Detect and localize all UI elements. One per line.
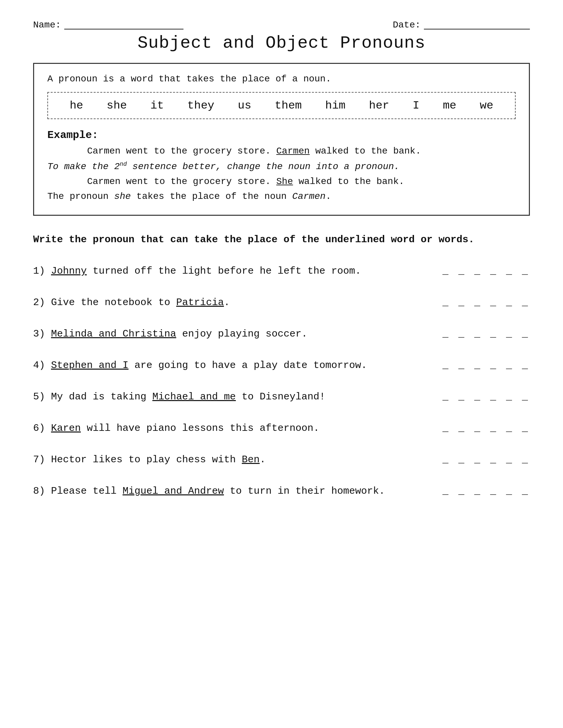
pronoun-me: me	[443, 99, 456, 112]
question-text-1: 1) Johnny turned off the light before he…	[33, 264, 429, 279]
pronoun-him: him	[325, 99, 346, 112]
pronoun-they: they	[187, 99, 214, 112]
question-item: 5) My dad is taking Michael and me to Di…	[33, 389, 530, 404]
instructions: Write the pronoun that can take the plac…	[33, 232, 530, 247]
explanation-pronoun: she	[114, 191, 131, 202]
question-text-8: 8) Please tell Miguel and Andrew to turn…	[33, 484, 429, 499]
answer-blank-7: _ _ _ _ _ _	[443, 452, 530, 467]
name-line	[64, 29, 183, 29]
question-item: 4) Stephen and I are going to have a pla…	[33, 358, 530, 373]
page-title: Subject and Object Pronouns	[33, 33, 530, 53]
question-item: 8) Please tell Miguel and Andrew to turn…	[33, 484, 530, 499]
pronoun-us: us	[238, 99, 251, 112]
question-text-7: 7) Hector likes to play chess with Ben.	[33, 452, 429, 467]
answer-blank-8: _ _ _ _ _ _	[443, 484, 530, 499]
info-box: A pronoun is a word that takes the place…	[33, 63, 530, 216]
pronoun-we: we	[480, 99, 493, 112]
definition-text: A pronoun is a word that takes the place…	[47, 74, 516, 84]
example-sentence-2: Carmen went to the grocery store. She wa…	[87, 176, 516, 187]
pronoun-her: her	[369, 99, 389, 112]
question-5-underline: Michael and me	[152, 391, 236, 402]
answer-blank-1: _ _ _ _ _ _	[443, 264, 530, 279]
example-sentence-1: Carmen went to the grocery store. Carmen…	[87, 146, 516, 156]
question-8-underline: Miguel and Andrew	[122, 485, 224, 497]
question-item: 3) Melinda and Christina enjoy playing s…	[33, 327, 530, 341]
question-2-underline: Patricia	[176, 297, 224, 308]
example-label: Example:	[47, 129, 516, 141]
question-text-4: 4) Stephen and I are going to have a pla…	[33, 358, 429, 373]
question-text-2: 2) Give the notebook to Patricia.	[33, 295, 429, 310]
question-text-3: 3) Melinda and Christina enjoy playing s…	[33, 327, 429, 341]
question-item: 2) Give the notebook to Patricia. _ _ _ …	[33, 295, 530, 310]
date-field: Date:	[393, 20, 530, 30]
question-4-underline: Stephen and I	[51, 360, 128, 371]
answer-blank-3: _ _ _ _ _ _	[443, 327, 530, 341]
answer-blank-6: _ _ _ _ _ _	[443, 421, 530, 436]
pronoun-explanation: The pronoun she takes the place of the n…	[47, 191, 516, 202]
question-text-6: 6) Karen will have piano lessons this af…	[33, 421, 429, 436]
pronoun-she: she	[107, 99, 127, 112]
question-6-underline: Karen	[51, 423, 81, 434]
question-item: 1) Johnny turned off the light before he…	[33, 264, 530, 279]
pronoun-them: them	[275, 99, 302, 112]
question-3-underline: Melinda and Christina	[51, 328, 176, 340]
answer-blank-5: _ _ _ _ _ _	[443, 389, 530, 404]
pronoun-I: I	[413, 99, 419, 112]
date-label: Date:	[393, 20, 421, 30]
question-1-underline: Johnny	[51, 265, 87, 277]
answer-blank-2: _ _ _ _ _ _	[443, 295, 530, 310]
italic-instruction: To make the 2nd sentence better, change …	[47, 161, 516, 172]
name-label: Name:	[33, 20, 61, 30]
question-text-5: 5) My dad is taking Michael and me to Di…	[33, 389, 429, 404]
name-field: Name:	[33, 20, 183, 30]
pronoun-box: he she it they us them him her I me we	[47, 92, 516, 119]
pronoun-it: it	[150, 99, 164, 112]
pronoun-he: he	[70, 99, 83, 112]
example-underline-she: She	[276, 176, 293, 187]
question-7-underline: Ben	[242, 454, 259, 465]
questions-list: 1) Johnny turned off the light before he…	[33, 264, 530, 499]
answer-blank-4: _ _ _ _ _ _	[443, 358, 530, 373]
header: Name: Date:	[33, 20, 530, 30]
question-item: 6) Karen will have piano lessons this af…	[33, 421, 530, 436]
explanation-noun: Carmen	[292, 191, 326, 202]
date-line	[424, 29, 530, 29]
example-underline-carmen: Carmen	[276, 146, 310, 156]
question-item: 7) Hector likes to play chess with Ben. …	[33, 452, 530, 467]
